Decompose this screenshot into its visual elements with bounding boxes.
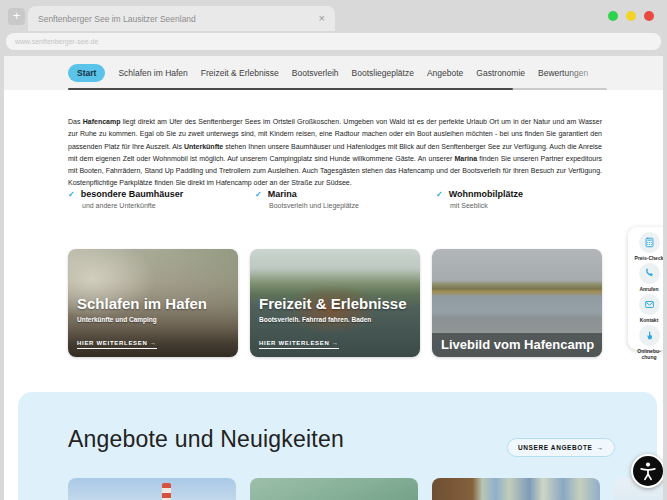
accessibility-icon [637, 460, 659, 482]
arrow-right-icon: → [150, 340, 157, 346]
offer-thumb-green-cabin[interactable] [250, 478, 418, 500]
offer-thumb-lighthouse[interactable] [68, 478, 236, 500]
card-subtitle: Unterkünfte und Camping [77, 316, 232, 323]
feature-title: besondere Baumhäuser [81, 189, 184, 199]
offers-heading: Angebote und Neuigkeiten [68, 426, 344, 453]
anrufen-button[interactable]: Anrufen [628, 263, 663, 292]
nav-item-start[interactable]: Start [68, 64, 105, 82]
unsere-angebote-button[interactable]: UNSERE ANGEBOTE→ [507, 438, 615, 457]
browser-tab[interactable]: Senftenberger See im Lausitzer Seenland … [28, 6, 335, 31]
address-bar[interactable]: www.senftenberger-see.de [6, 33, 661, 50]
card-title: Freizeit & Erlebnisse [259, 295, 414, 312]
calculator-icon [644, 237, 655, 248]
pointer-hand-icon [644, 330, 655, 341]
tab-title: Senftenberger See im Lausitzer Seenland [38, 14, 319, 24]
quick-action-bar: Preis-Check Anrufen Kontakt Onlinebu-chu… [628, 227, 663, 350]
webcam-caption: Livebild vom Hafencamp [432, 333, 602, 357]
nav-item-schlafen-im-hafen[interactable]: Schlafen im Hafen [118, 68, 187, 78]
card-subtitle: Bootsverleih. Fahrrad fahren. Baden [259, 316, 414, 323]
window-controls [608, 11, 654, 21]
feature-title: Marina [268, 189, 297, 199]
check-icon: ✓ [436, 190, 443, 199]
nav-fade-overlay [564, 56, 624, 90]
nav-item-freizeit-erlebnisse[interactable]: Freizeit & Erlebnisse [201, 68, 279, 78]
nav-item-bootsliegeplaetze[interactable]: Bootsliegeplätze [352, 68, 414, 78]
nav-item-gastronomie[interactable]: Gastronomie [476, 68, 525, 78]
page-content: Start Schlafen im Hafen Freizeit & Erleb… [4, 56, 663, 500]
card-freizeit-erlebnisse[interactable]: Freizeit & Erlebnisse Bootsverleih. Fahr… [250, 249, 420, 357]
card-title: Schlafen im Hafen [77, 295, 232, 312]
traffic-light-yellow[interactable] [626, 11, 636, 21]
preis-check-button[interactable]: Preis-Check [628, 232, 663, 261]
onlinebuchung-button[interactable]: Onlinebu-chung [628, 325, 663, 360]
feature-subtitle: und andere Unterkünfte [82, 202, 183, 209]
read-more-link[interactable]: HIER WEITERLESEN → [77, 340, 157, 349]
arrow-right-icon: → [597, 439, 604, 456]
feature-subtitle: mit Seeblick [450, 202, 523, 209]
intro-paragraph: Das Hafencamp liegt direkt am Ufer des S… [68, 116, 602, 190]
card-schlafen-im-hafen[interactable]: Schlafen im Hafen Unterkünfte und Campin… [68, 249, 238, 357]
close-icon[interactable]: × [319, 13, 325, 24]
kontakt-button[interactable]: Kontakt [628, 294, 663, 323]
nav-item-bootsverleih[interactable]: Bootsverleih [292, 68, 339, 78]
offer-thumb-wood-cabin[interactable] [432, 478, 600, 500]
card-livebild-webcam[interactable]: Livebild vom Hafencamp [432, 249, 602, 357]
arrow-right-icon: → [332, 340, 339, 346]
read-more-link[interactable]: HIER WEITERLESEN → [259, 340, 339, 349]
check-icon: ✓ [68, 190, 75, 199]
feature-title: Wohnmobilplätze [449, 189, 523, 199]
nav-item-angebote[interactable]: Angebote [427, 68, 463, 78]
feature-wohnmobilplaetze: ✓Wohnmobilplätze mit Seeblick [436, 189, 523, 209]
feature-marina: ✓Marina Bootsverleih und Liegeplätze [255, 189, 359, 209]
traffic-light-green[interactable] [608, 11, 618, 21]
check-icon: ✓ [255, 190, 262, 199]
lighthouse-graphic [162, 483, 171, 500]
feature-subtitle: Bootsverleih und Liegeplätze [269, 202, 359, 209]
feature-baumhaeuser: ✓besondere Baumhäuser und andere Unterkü… [68, 189, 183, 209]
new-tab-button[interactable]: + [8, 8, 25, 25]
phone-icon [644, 268, 655, 279]
main-navigation: Start Schlafen im Hafen Freizeit & Erleb… [4, 56, 663, 90]
nav-scroll-thumb[interactable] [68, 88, 513, 90]
mail-icon [644, 299, 655, 310]
accessibility-widget-button[interactable] [631, 454, 663, 488]
traffic-light-red[interactable] [644, 11, 654, 21]
